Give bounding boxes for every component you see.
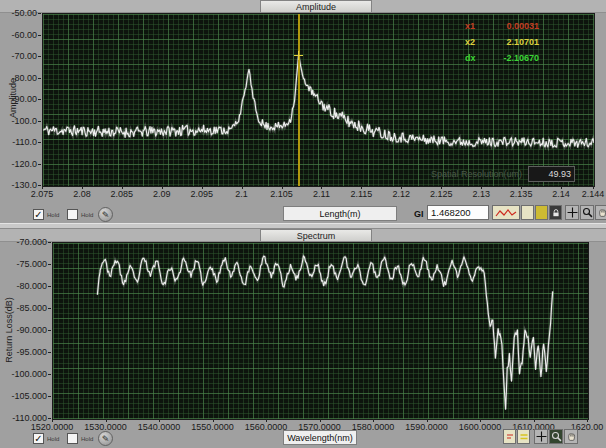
cursor-x2-value: 2.10701 — [483, 37, 539, 47]
cursor-lock-icon[interactable] — [549, 205, 562, 220]
scale-legend-icon[interactable] — [521, 205, 534, 220]
y-tick-label: -100.0 — [11, 116, 37, 126]
x-tick-label: 2.1 — [235, 189, 248, 199]
crosshair-icon[interactable] — [565, 205, 579, 220]
x-tick-label: 2.11 — [313, 189, 330, 199]
spatial-resolution-readout: Spatial Resolution(um) 49.93 — [431, 166, 575, 182]
y-tick-label: -60.00 — [11, 30, 37, 40]
plot-visibility-checkbox[interactable] — [67, 433, 78, 444]
y-tick-mark — [48, 396, 51, 397]
y-tick-label: -80.00 — [11, 73, 37, 83]
x-axis-label-wavelength: Wavelength(nm) — [283, 430, 357, 445]
x-tick-label: 2.075 — [31, 189, 54, 199]
graph-palette — [503, 429, 579, 444]
spatial-resolution-value: 49.93 — [528, 166, 575, 182]
checkbox-label: Hold — [47, 212, 59, 218]
cursor-select-icon[interactable] — [535, 205, 548, 220]
pan-hand-icon[interactable] — [564, 429, 578, 444]
plot-legend-icon[interactable] — [492, 205, 520, 220]
y-tick-label: -100.000 — [11, 369, 47, 379]
y-tick-mark — [38, 142, 41, 143]
zoom-icon[interactable] — [580, 205, 594, 220]
x-tick-label: 2.13 — [472, 189, 490, 199]
cursor-dx-name: dx — [465, 53, 483, 63]
spectrum-plot-area[interactable] — [52, 242, 589, 420]
plot-visibility-checkbox[interactable] — [67, 209, 78, 220]
cursor-legend-row-x1: x1 0.00031 — [465, 18, 539, 34]
graph-title-amplitude: Amplitude — [260, 0, 372, 12]
x-tick-label: 2.12 — [393, 189, 411, 199]
crosshair-icon[interactable] — [534, 429, 548, 444]
plot-legend-icon[interactable] — [503, 429, 516, 444]
x-tick-label: 2.115 — [350, 189, 372, 199]
y-tick-mark — [38, 78, 41, 79]
pen-icon[interactable]: ✎ — [98, 431, 113, 446]
pen-icon[interactable]: ✎ — [98, 207, 113, 222]
cursor-legend-row-x2: x2 2.10701 — [465, 34, 539, 50]
cursor-legend-row-dx: dx -2.10670 — [465, 50, 539, 66]
y-tick-mark — [48, 242, 51, 243]
y-tick-mark — [38, 121, 41, 122]
y-tick-label: -110.0 — [12, 137, 37, 147]
spectrum-graph-panel: Spectrum Return Loss(dB) -70.000-75.000-… — [0, 229, 606, 448]
checkbox-label: Hold — [81, 436, 93, 442]
gi-input[interactable]: 1.468200 — [427, 205, 489, 220]
y-tick-mark — [38, 56, 41, 57]
y-tick-label: -95.000 — [16, 347, 47, 357]
pan-hand-icon[interactable] — [595, 205, 606, 220]
graph-title-spectrum: Spectrum — [260, 229, 372, 241]
spectrum-controls-row: ✓ Hold Hold ✎ Wavelength(nm) — [0, 429, 606, 448]
x-tick-label: 2.085 — [111, 189, 134, 199]
x-tick-label: 2.09 — [153, 189, 171, 199]
plot-visibility-checkbox[interactable]: ✓ — [33, 433, 44, 444]
cursor-x2-name: x2 — [465, 37, 483, 47]
y-tick-label: -120.0 — [11, 159, 37, 169]
checkbox-label: Hold — [47, 436, 59, 442]
y-tick-mark — [38, 13, 41, 14]
y-tick-mark — [48, 352, 51, 353]
y-tick-label: -85.000 — [16, 303, 47, 313]
cursor-legend: x1 0.00031 x2 2.10701 dx -2.10670 — [465, 18, 539, 66]
y-tick-label: -80.000 — [16, 281, 47, 291]
x-tick-label: 2.144 — [582, 189, 605, 199]
spectrum-tabstrip: Spectrum — [0, 229, 606, 242]
zoom-icon[interactable] — [549, 429, 563, 444]
x-tick-label: 2.135 — [510, 189, 533, 199]
y-tick-mark — [48, 374, 51, 375]
cursor-x1-name: x1 — [465, 21, 483, 31]
y-tick-mark — [48, 418, 51, 419]
y-tick-label: -90.000 — [16, 325, 47, 335]
y-tick-label: -75.000 — [16, 259, 47, 269]
x-tick-label: 2.125 — [430, 189, 453, 199]
y-tick-label: -50.00 — [11, 8, 37, 18]
x-axis-label-length: Length(m) — [283, 206, 397, 221]
y-tick-mark — [48, 264, 51, 265]
y-tick-mark — [38, 99, 41, 100]
gi-label: GI — [414, 209, 424, 219]
amplitude-plot-area[interactable]: x1 0.00031 x2 2.10701 dx -2.10670 Spatia… — [42, 13, 595, 187]
cursor-marker-icon[interactable] — [294, 51, 303, 60]
cursor-line[interactable] — [298, 14, 300, 186]
y-tick-mark — [48, 308, 51, 309]
graph-palette — [492, 205, 606, 220]
x-tick-label: 2.105 — [270, 189, 293, 199]
amplitude-graph-panel: Amplitude Amplitude x1 0.00031 x2 2.1070… — [0, 0, 606, 223]
amplitude-tabstrip: Amplitude — [0, 0, 606, 13]
x-tick-label: 2.08 — [73, 189, 91, 199]
y-tick-mark — [48, 286, 51, 287]
y-tick-mark — [38, 35, 41, 36]
cursor-dx-value: -2.10670 — [483, 53, 539, 63]
y-tick-mark — [48, 330, 51, 331]
y-tick-mark — [38, 164, 41, 165]
plot-visibility-checkbox[interactable]: ✓ — [33, 209, 44, 220]
x-tick-label: 2.14 — [552, 189, 570, 199]
amplitude-controls-row: ✓ Hold Hold ✎ Length(m) GI 1.468200 — [0, 205, 606, 225]
checkbox-label: Hold — [81, 212, 93, 218]
scale-legend-icon[interactable] — [517, 429, 530, 444]
y-tick-label: -105.000 — [11, 391, 47, 401]
spatial-resolution-label: Spatial Resolution(um) — [431, 169, 522, 179]
y-tick-label: -90.00 — [11, 94, 37, 104]
y-tick-label: -70.000 — [16, 237, 47, 247]
spectrum-trace — [53, 243, 588, 419]
x-tick-label: 2.095 — [190, 189, 213, 199]
